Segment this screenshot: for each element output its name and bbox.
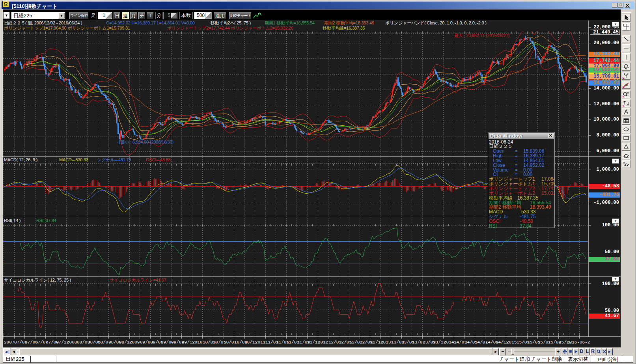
svg-text:A: A: [623, 161, 625, 164]
